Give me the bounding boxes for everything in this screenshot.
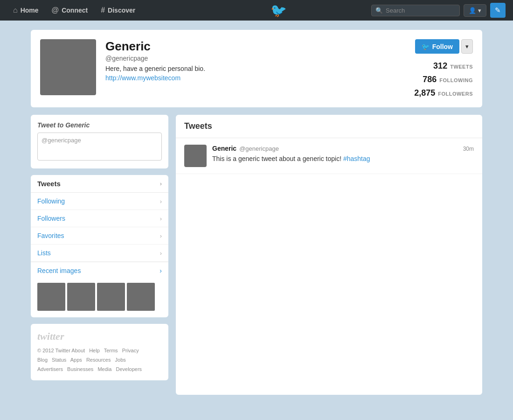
recent-image-3[interactable]	[97, 283, 125, 311]
recent-images-chevron-icon: ›	[159, 267, 162, 274]
nav-discover[interactable]: # Discover	[95, 3, 141, 17]
footer-link-privacy[interactable]: Privacy	[122, 348, 139, 353]
tweets-stat: 312 TWEETS	[389, 61, 473, 71]
footer-link-about[interactable]: About	[71, 348, 85, 353]
avatar	[40, 39, 96, 95]
top-navigation: ⌂ Home @ Connect # Discover 🐦 🔍 👤 ▾ ✎	[0, 0, 513, 21]
nav-connect[interactable]: @ Connect	[46, 3, 94, 17]
nav-right: 🔍 👤 ▾ ✎	[371, 3, 506, 18]
recent-images-grid	[31, 279, 168, 317]
user-dropdown-icon: ▾	[478, 7, 481, 14]
sidebar-tweets-label: Tweets	[37, 180, 61, 188]
recent-image-1[interactable]	[37, 283, 65, 311]
followers-label: FOLLOWERS	[438, 91, 473, 97]
twitter-logo: 🐦	[189, 3, 367, 18]
sidebar: Tweet to Generic Tweets › Following › Fo…	[31, 115, 168, 380]
search-icon: 🔍	[375, 7, 383, 14]
follow-bird-icon: 🐦	[422, 43, 430, 50]
footer-links: © 2012 Twitter About Help Terms Privacy …	[37, 346, 162, 374]
tweets-count: 312	[433, 61, 447, 71]
profile-info: Generic @genericpage Here, have a generi…	[105, 39, 380, 82]
tweet-hashtag[interactable]: #hashtag	[343, 155, 370, 162]
profile-bio: Here, have a generic personal bio.	[105, 65, 380, 72]
footer-link-help[interactable]: Help	[89, 348, 100, 353]
profile-link[interactable]: http://www.mywebsitecom	[105, 74, 180, 82]
page-wrapper: Generic @genericpage Here, have a generi…	[23, 30, 490, 395]
table-row: Generic @genericpage 30m This is a gener…	[176, 138, 482, 174]
compose-icon: ✎	[495, 6, 501, 14]
follow-dropdown-button[interactable]: ▾	[461, 39, 473, 54]
follow-actions: 🐦 Follow ▾	[415, 39, 473, 54]
twitter-footer-logo: twitter	[37, 330, 162, 343]
tweet-body: This is a generic tweet about a generic …	[212, 155, 341, 162]
hashtag-icon: #	[101, 6, 105, 14]
footer-copyright: © 2012 Twitter	[37, 348, 70, 353]
follow-button-label: Follow	[432, 43, 453, 50]
followers-nav-label: Followers	[37, 215, 65, 222]
favorites-chevron-icon: ›	[160, 232, 162, 239]
footer-link-resources[interactable]: Resources	[86, 357, 111, 363]
footer-link-businesses[interactable]: Businesses	[67, 366, 93, 372]
tweet-content: Generic @genericpage 30m This is a gener…	[212, 145, 474, 167]
tweets-panel: Tweets Generic @genericpage 30m This is …	[176, 115, 482, 395]
tweets-section-header: Tweets	[176, 115, 482, 138]
tweet-author-handle: @genericpage	[239, 145, 279, 152]
nav-connect-label: Connect	[62, 7, 88, 14]
nav-home-label: Home	[21, 7, 39, 14]
footer-link-jobs[interactable]: Jobs	[115, 357, 126, 363]
user-icon: 👤	[469, 7, 476, 14]
lists-chevron-icon: ›	[160, 250, 162, 257]
profile-header: Generic @genericpage Here, have a generi…	[31, 30, 482, 107]
footer-link-apps[interactable]: Apps	[70, 357, 82, 363]
nav-home[interactable]: ⌂ Home	[7, 3, 44, 17]
favorites-nav-label: Favorites	[37, 232, 64, 239]
home-icon: ⌂	[13, 6, 18, 14]
tweet-to-label: Tweet to Generic	[37, 121, 162, 129]
following-count: 786	[423, 75, 437, 84]
sidebar-item-lists[interactable]: Lists ›	[31, 245, 168, 262]
footer-link-developers[interactable]: Developers	[116, 366, 142, 372]
followers-count: 2,875	[414, 88, 435, 98]
following-stat: 786 FOLLOWING	[389, 75, 473, 84]
sidebar-item-followers[interactable]: Followers ›	[31, 210, 168, 227]
nav-left: ⌂ Home @ Connect # Discover	[7, 3, 186, 17]
profile-name: Generic	[105, 39, 380, 54]
footer-panel: twitter © 2012 Twitter About Help Terms …	[31, 324, 168, 380]
recent-images-label: Recent images	[37, 267, 81, 274]
following-nav-label: Following	[37, 197, 65, 205]
compose-tweet-button[interactable]: ✎	[490, 3, 506, 18]
footer-link-media[interactable]: Media	[97, 366, 111, 372]
profile-handle: @genericpage	[105, 55, 380, 62]
lists-nav-label: Lists	[37, 249, 51, 257]
footer-link-status[interactable]: Status	[52, 357, 66, 363]
following-label: FOLLOWING	[439, 77, 473, 83]
sidebar-item-following[interactable]: Following ›	[31, 193, 168, 210]
footer-link-blog[interactable]: Blog	[37, 357, 48, 363]
content-row: Tweet to Generic Tweets › Following › Fo…	[31, 115, 482, 395]
profile-stats: 🐦 Follow ▾ 312 TWEETS 786 FOLLOWING 2,87…	[389, 39, 473, 98]
follow-dropdown-icon: ▾	[465, 43, 469, 50]
user-menu-button[interactable]: 👤 ▾	[464, 4, 486, 17]
followers-chevron-icon: ›	[160, 215, 162, 222]
sidebar-nav-panel: Tweets › Following › Followers › Favorit…	[31, 175, 168, 317]
tweet-to-box: Tweet to Generic	[31, 115, 168, 168]
footer-link-terms[interactable]: Terms	[104, 348, 118, 353]
recent-image-4[interactable]	[127, 283, 155, 311]
nav-discover-label: Discover	[108, 7, 135, 14]
tweet-avatar	[184, 145, 207, 167]
sidebar-item-favorites[interactable]: Favorites ›	[31, 227, 168, 245]
tweet-to-input[interactable]	[37, 133, 162, 161]
sidebar-item-recent-images[interactable]: Recent images ›	[31, 262, 168, 279]
search-box: 🔍	[371, 5, 460, 16]
followers-stat: 2,875 FOLLOWERS	[389, 88, 473, 98]
recent-image-2[interactable]	[67, 283, 95, 311]
tweet-meta: Generic @genericpage 30m	[212, 145, 474, 152]
search-input[interactable]	[386, 7, 456, 14]
tweet-to-panel: Tweet to Generic	[31, 115, 168, 168]
sidebar-tweets-header: Tweets ›	[31, 175, 168, 193]
tweets-chevron-icon: ›	[160, 180, 162, 187]
tweet-timestamp: 30m	[463, 146, 474, 152]
tweet-author-name: Generic	[212, 145, 236, 152]
follow-button[interactable]: 🐦 Follow	[415, 39, 459, 54]
footer-link-advertisers[interactable]: Advertisers	[37, 366, 63, 372]
